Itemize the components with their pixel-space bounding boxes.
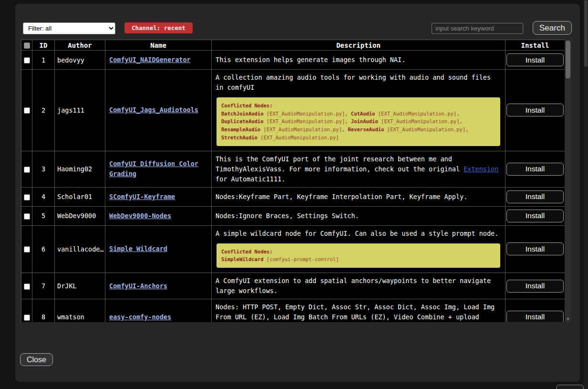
scrollbar-down-arrow-icon[interactable]: ▼ — [565, 317, 571, 321]
row-name-cell: ComfyUI_Jags_Audiotools — [105, 70, 212, 151]
close-button[interactable]: Close — [20, 353, 53, 366]
row-checkbox-cell — [21, 70, 32, 151]
filter-select[interactable]: Filter: all — [23, 22, 115, 34]
custom-nodes-table: ID Author Name Description Install 1bedo… — [21, 40, 571, 322]
row-id: 8 — [32, 299, 55, 322]
row-checkbox[interactable] — [24, 167, 30, 173]
row-checkbox-cell — [21, 51, 32, 70]
row-checkbox-cell — [21, 273, 32, 299]
table-header-row: ID Author Name Description Install — [21, 40, 565, 51]
row-description: A collection amazing audio tools for wor… — [212, 70, 505, 151]
row-author: DrJKL — [55, 273, 105, 299]
conflict-node-name: BatchJoinAudio — [221, 111, 264, 116]
conflicted-nodes-box: Conflicted Nodes:BatchJoinAudio [EXT_Aud… — [217, 97, 500, 146]
channel-badge: Channel: recent — [124, 22, 193, 33]
row-checkbox[interactable] — [24, 57, 30, 63]
row-id: 4 — [32, 187, 55, 206]
table-row: 2jags111ComfyUI_Jags_AudiotoolsA collect… — [21, 70, 565, 151]
conflict-node-extension: [EXT_AudioManipulation.py] — [384, 126, 465, 132]
header-description: Description — [212, 40, 505, 51]
row-checkbox[interactable] — [24, 194, 30, 200]
select-all-checkbox[interactable] — [24, 42, 30, 49]
page-background: Filter: all Channel: recent Search ID — [0, 0, 588, 389]
table-row: 1bedovyyComfyUI_NAIDGeneratorThis extens… — [21, 51, 565, 70]
table-scrollbar[interactable]: ▼ — [565, 40, 571, 322]
table-row: 8wmatsoneasy-comfy-nodesNodes: HTTP POST… — [21, 299, 565, 322]
description-link[interactable]: Extension — [464, 165, 498, 173]
dialog-toolbar: Filter: all Channel: recent Search — [15, 4, 580, 40]
row-install-cell: Install — [505, 70, 565, 151]
table-row: 5WebDev9000WebDev9000-NodesNodes:Ignore … — [21, 206, 565, 225]
header-name: Name — [105, 40, 212, 51]
row-checkbox[interactable] — [24, 246, 30, 252]
row-checkbox[interactable] — [24, 213, 30, 220]
install-button[interactable]: Install — [506, 53, 564, 66]
conflict-node-extension: [EXT_AudioManipulation.py] — [258, 135, 339, 140]
header-author: Author — [55, 40, 105, 51]
description-text: A collection amazing audio tools for wor… — [216, 73, 501, 93]
row-author: vanillacode… — [55, 225, 105, 273]
row-author: wmatson — [55, 299, 105, 322]
row-description: This is the ComfyUI port of the joint re… — [212, 151, 505, 187]
page-scrollbar-thumb[interactable] — [584, 0, 588, 67]
conflict-node-extension: [EXT_AudioManipulation.py] — [260, 126, 342, 132]
page-scrollbar[interactable] — [584, 0, 588, 389]
conflicted-nodes-list: BatchJoinAudio [EXT_AudioManipulation.py… — [221, 110, 495, 142]
install-button[interactable]: Install — [506, 104, 564, 116]
conflict-node-name: SimpleWildcard — [221, 256, 264, 262]
conflict-node-extension: [comfyui-prompt-control] — [264, 256, 339, 262]
cutoff-element — [556, 385, 584, 389]
row-description: Nodes:Keyframe Part, Keyframe Interpolat… — [212, 187, 505, 206]
row-id: 1 — [32, 51, 55, 70]
header-checkbox-cell — [21, 40, 32, 51]
row-id: 2 — [32, 70, 55, 151]
conflict-node-name: CutAudio — [351, 111, 375, 116]
header-install: Install — [505, 40, 565, 51]
row-name-cell: WebDev9000-Nodes — [105, 206, 212, 225]
row-install-cell: Install — [505, 225, 565, 273]
conflict-node-extension: [EXT_AudioManipulation.py] — [378, 118, 460, 124]
node-name-link[interactable]: ComfyUI_NAIDGenerator — [109, 56, 191, 63]
conflict-node-extension: [EXT_AudioManipulation.py] — [264, 111, 345, 116]
row-description: Nodes: HTTP POST, Empty Dict, Assoc Str,… — [212, 299, 505, 322]
install-button[interactable]: Install — [506, 163, 564, 176]
install-button[interactable]: Install — [506, 280, 564, 293]
row-checkbox[interactable] — [24, 284, 30, 290]
conflicted-nodes-title: Conflicted Nodes: — [221, 248, 495, 256]
row-name-cell: ComfyUI-Anchors — [105, 273, 212, 299]
node-name-link[interactable]: WebDev9000-Nodes — [109, 212, 171, 220]
row-install-cell: Install — [505, 51, 565, 70]
row-description: Nodes:Ignore Braces, Settings Switch. — [212, 206, 505, 225]
install-button[interactable]: Install — [506, 190, 564, 203]
row-install-cell: Install — [505, 206, 565, 225]
header-id: ID — [32, 40, 55, 51]
install-button[interactable]: Install — [506, 210, 564, 222]
row-checkbox[interactable] — [24, 315, 30, 321]
install-custom-nodes-dialog: Filter: all Channel: recent Search ID — [15, 4, 580, 382]
node-name-link[interactable]: SComfyUI-Keyframe — [109, 193, 175, 200]
row-checkbox-cell — [21, 151, 32, 187]
node-name-link[interactable]: easy-comfy-nodes — [109, 313, 171, 321]
description-text: A simple wildcard node for ComfyUI. Can … — [216, 229, 501, 239]
description-text: This extension helps generate images thr… — [216, 55, 501, 65]
node-name-link[interactable]: ComfyUI-Anchors — [109, 282, 167, 290]
node-name-link[interactable]: ComfyUI Diffusion Color Grading — [109, 160, 198, 178]
install-button[interactable]: Install — [506, 311, 564, 322]
table-scrollbar-thumb[interactable] — [566, 41, 570, 79]
row-description: A ComfyUI extension to add spatial ancho… — [212, 273, 505, 299]
search-input[interactable] — [432, 23, 523, 34]
node-name-link[interactable]: ComfyUI_Jags_Audiotools — [109, 106, 198, 114]
row-checkbox[interactable] — [24, 107, 30, 114]
row-id: 6 — [32, 225, 55, 273]
description-text: A ComfyUI extension to add spatial ancho… — [216, 276, 501, 296]
install-button[interactable]: Install — [506, 242, 564, 255]
description-text: Nodes:Ignore Braces, Settings Switch. — [216, 211, 501, 221]
description-text: This is the ComfyUI port of the joint re… — [216, 154, 501, 184]
search-button[interactable]: Search — [533, 21, 572, 35]
row-checkbox-cell — [21, 187, 32, 206]
description-text: Nodes:Keyframe Part, Keyframe Interpolat… — [216, 192, 501, 202]
row-author: bedovyy — [55, 51, 105, 70]
row-description: This extension helps generate images thr… — [212, 51, 505, 70]
node-name-link[interactable]: Simple Wildcard — [109, 245, 167, 252]
row-id: 7 — [32, 273, 55, 299]
